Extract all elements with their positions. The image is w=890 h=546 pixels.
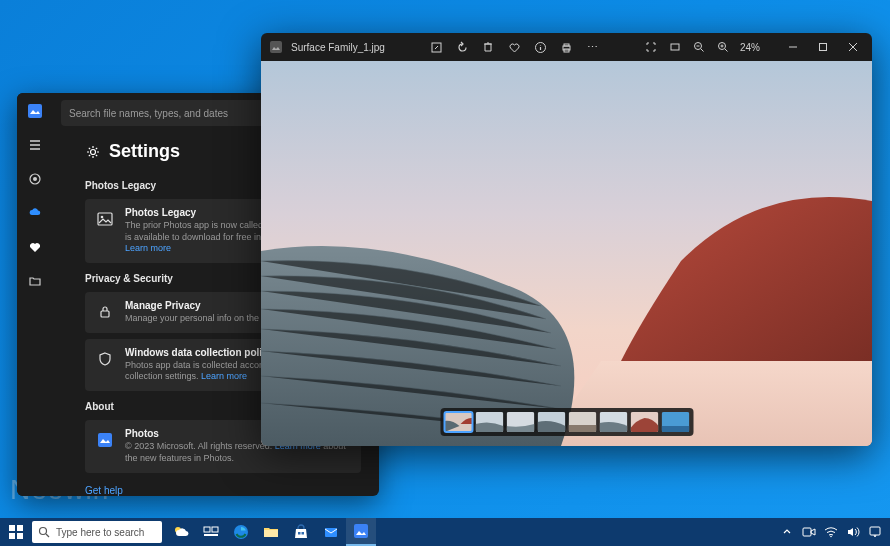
start-button[interactable]: [0, 518, 32, 546]
fullscreen-icon[interactable]: [644, 40, 658, 54]
svg-rect-15: [671, 44, 679, 50]
shield-icon: [95, 349, 115, 369]
system-tray: [780, 525, 890, 539]
minimize-button[interactable]: [778, 33, 808, 61]
settings-sidebar: [17, 93, 53, 496]
taskbar-search[interactable]: Type here to search: [32, 521, 162, 543]
svg-point-4: [91, 149, 96, 154]
notifications-icon[interactable]: [868, 525, 882, 539]
app-logo-icon[interactable]: [25, 101, 45, 121]
taskbar-search-placeholder: Type here to search: [56, 527, 144, 538]
svg-point-33: [40, 528, 47, 535]
zoom-percentage: 24%: [740, 42, 760, 53]
wifi-icon[interactable]: [824, 525, 838, 539]
svg-point-6: [101, 216, 104, 219]
page-title: Settings: [109, 141, 180, 162]
svg-rect-46: [870, 527, 880, 535]
svg-rect-0: [28, 104, 42, 118]
edge-icon[interactable]: [226, 518, 256, 546]
chevron-up-icon[interactable]: [780, 525, 794, 539]
viewer-titlebar: Surface Family_1.jpg ⋯ 24%: [261, 33, 872, 61]
svg-rect-28: [661, 426, 689, 432]
store-icon[interactable]: [286, 518, 316, 546]
delete-icon[interactable]: [481, 40, 495, 54]
svg-rect-43: [354, 524, 368, 538]
taskbar-apps: [166, 518, 376, 546]
thumb-4[interactable]: [537, 412, 565, 432]
svg-rect-36: [212, 527, 218, 532]
close-button[interactable]: [838, 33, 868, 61]
weather-widget[interactable]: [166, 518, 196, 546]
search-input[interactable]: [69, 108, 283, 119]
thumb-2[interactable]: [475, 412, 503, 432]
svg-rect-9: [270, 41, 282, 53]
favorites-icon[interactable]: [25, 237, 45, 257]
svg-rect-30: [17, 525, 23, 531]
maximize-button[interactable]: [808, 33, 838, 61]
edit-icon[interactable]: [429, 40, 443, 54]
zoom-in-icon[interactable]: [716, 40, 730, 54]
slideshow-icon[interactable]: [668, 40, 682, 54]
taskbar: Type here to search: [0, 518, 890, 546]
viewer-filename: Surface Family_1.jpg: [291, 42, 385, 53]
footer-links: Get help Send feedback: [85, 485, 361, 497]
lock-icon: [95, 302, 115, 322]
svg-rect-31: [9, 533, 15, 539]
gallery-icon[interactable]: [25, 169, 45, 189]
photos-app-icon[interactable]: [346, 518, 376, 546]
app-icon: [269, 40, 283, 54]
rotate-icon[interactable]: [455, 40, 469, 54]
svg-rect-5: [98, 213, 112, 225]
svg-rect-29: [9, 525, 15, 531]
folders-icon[interactable]: [25, 271, 45, 291]
task-view-icon[interactable]: [196, 518, 226, 546]
svg-rect-7: [101, 311, 109, 317]
svg-rect-39: [264, 530, 278, 537]
thumb-5[interactable]: [568, 412, 596, 432]
get-help-link[interactable]: Get help: [85, 485, 361, 496]
mail-icon[interactable]: [316, 518, 346, 546]
photo-viewer-window: Surface Family_1.jpg ⋯ 24%: [261, 33, 872, 446]
zoom-out-icon[interactable]: [692, 40, 706, 54]
svg-rect-32: [17, 533, 23, 539]
thumb-7[interactable]: [630, 412, 658, 432]
svg-rect-40: [298, 532, 301, 535]
svg-point-2: [33, 177, 37, 181]
favorite-icon[interactable]: [507, 40, 521, 54]
volume-icon[interactable]: [846, 525, 860, 539]
svg-rect-41: [302, 532, 305, 535]
main-photo: [261, 61, 872, 446]
filmstrip: [440, 408, 693, 436]
hamburger-icon[interactable]: [25, 135, 45, 155]
image-icon: [95, 209, 115, 229]
svg-rect-8: [98, 433, 112, 447]
svg-rect-37: [204, 534, 218, 536]
svg-rect-44: [803, 528, 811, 536]
thumb-3[interactable]: [506, 412, 534, 432]
learn-more-link[interactable]: Learn more: [125, 243, 171, 253]
thumb-1[interactable]: [444, 412, 472, 432]
photos-app-icon: [95, 430, 115, 450]
svg-rect-35: [204, 527, 210, 532]
svg-rect-13: [564, 44, 569, 46]
thumb-8[interactable]: [661, 412, 689, 432]
info-icon[interactable]: [533, 40, 547, 54]
learn-more-link[interactable]: Learn more: [201, 371, 247, 381]
svg-point-45: [830, 536, 832, 538]
search-icon: [38, 526, 50, 538]
cloud-icon[interactable]: [25, 203, 45, 223]
svg-rect-18: [820, 44, 827, 51]
viewer-content: [261, 61, 872, 446]
meet-now-icon[interactable]: [802, 525, 816, 539]
explorer-icon[interactable]: [256, 518, 286, 546]
gear-icon: [85, 144, 101, 160]
print-icon[interactable]: [559, 40, 573, 54]
thumb-6[interactable]: [599, 412, 627, 432]
more-icon[interactable]: ⋯: [585, 40, 599, 54]
